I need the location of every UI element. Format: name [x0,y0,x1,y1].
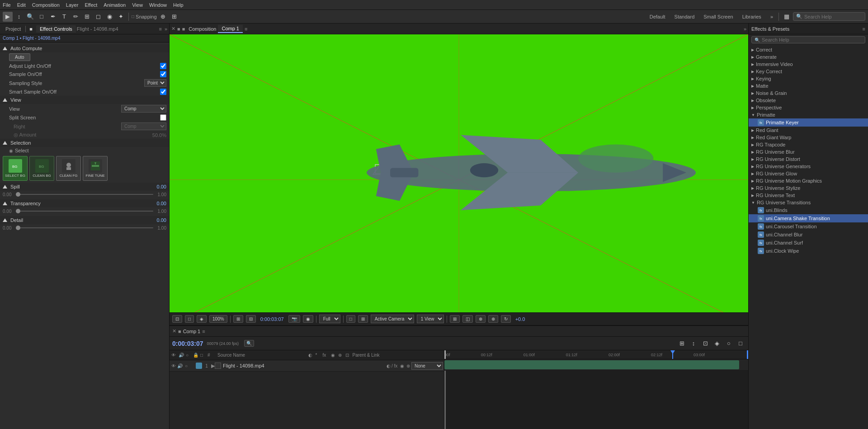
tool-rect[interactable]: □ [37,12,47,22]
project-tab[interactable]: Project [2,25,24,33]
comp-lock-btn[interactable]: ■ [177,26,180,32]
tool-camera[interactable]: ◉ [104,12,114,22]
menu-help[interactable]: Help [173,2,184,8]
effect-controls-tab[interactable]: Effect Controls [36,25,76,33]
vc-color-btn[interactable]: ◉ [303,315,313,323]
uni-blinds-item[interactable]: fx uni.Blinds [749,206,868,214]
auto-compute-section[interactable]: Auto Compute [0,44,169,52]
transparency-section[interactable]: Transparency 0.00 [0,199,169,207]
category-immersive[interactable]: Immersive Video [749,61,868,68]
category-rg-generators[interactable]: RG Universe Generators [749,163,868,170]
detail-slider[interactable] [16,225,153,231]
category-keycorrect[interactable]: Key Correct [749,68,868,75]
layer-lock[interactable] [189,363,196,369]
category-red-giant-warp[interactable]: Red Giant Warp [749,134,868,141]
menu-animation[interactable]: Animation [104,2,126,8]
tl-layer-btn[interactable]: ↕ [689,339,698,349]
split-screen-checkbox[interactable] [160,114,166,121]
tl-comp-btn[interactable]: ⊞ [677,339,687,349]
rp-menu[interactable]: ≡ [863,26,865,32]
view-dropdown[interactable]: Comp [121,105,166,113]
menu-file[interactable]: File [3,2,11,8]
category-rg-distort[interactable]: RG Universe Distort [749,156,868,163]
vc-quality-dropdown[interactable]: Full [319,315,340,323]
primatte-keyer-item[interactable]: fx Primatte Keyer [749,118,868,127]
layer-switches[interactable]: ◐ [385,363,392,369]
select-toggle[interactable]: ◉ [9,148,13,153]
uni-clock-wipe-item[interactable]: fx uni.Clock Wipe [749,247,868,255]
category-correct[interactable]: Correct [749,46,868,53]
layer-fx-link[interactable]: / fx [392,363,399,368]
tl-keyframe-btn[interactable]: ◈ [712,339,722,349]
category-obsolete[interactable]: Obsolete [749,97,868,104]
category-matte[interactable]: Matte [749,82,868,90]
category-primatte[interactable]: Primatte [749,111,868,118]
tl-frame-btn[interactable]: ⊡ [700,339,710,349]
comp-tab-menu[interactable]: ≡ [245,26,247,32]
vc-grid2-btn[interactable]: ⊞ [450,315,460,323]
vc-camera-dropdown[interactable]: Active Camera [371,315,414,323]
transparency-slider-thumb[interactable] [16,209,20,213]
layer-parent-dropdown[interactable]: None [411,362,443,370]
layer-eye[interactable]: 👁 [170,363,177,369]
effects-search-input[interactable] [762,37,862,42]
menu-view[interactable]: View [132,2,143,8]
clean-fg-button[interactable]: CLEAN FG [56,156,81,181]
detail-slider-thumb[interactable] [16,226,20,230]
fine-tune-button[interactable]: FINE TUNE [83,156,108,181]
layer-audio[interactable]: 🔊 [177,363,183,369]
detail-section[interactable]: Detail 0.00 [0,216,169,224]
panel-menu-btn[interactable]: ≡ [159,26,161,32]
view-section[interactable]: View [0,96,169,104]
clean-bg-button[interactable]: BG CLEAN BG [29,156,54,181]
tool-select[interactable]: ▶ [3,12,13,22]
spill-slider-thumb[interactable] [16,192,20,197]
vc-preview-btn[interactable]: ◈ [197,315,207,323]
category-rg-stylize[interactable]: RG Universe Stylize [749,184,868,192]
category-rg-text[interactable]: RG Universe Text [749,192,868,199]
menu-edit[interactable]: Edit [17,2,26,8]
category-rg-glow[interactable]: RG Universe Glow [749,170,868,177]
grid-toggle[interactable]: ▦ [782,12,792,22]
transparency-slider[interactable] [16,208,153,214]
comp-panel-expand[interactable]: » [744,26,746,32]
playhead[interactable] [672,350,673,359]
menu-layer[interactable]: Layer [66,2,79,8]
vc-render3-btn[interactable]: ◫ [462,315,473,323]
tl-close[interactable]: ✕ [172,328,176,334]
category-rg-transitions[interactable]: RG Universe Transitions [749,199,868,206]
tl-audio-btn[interactable]: □ [736,339,745,349]
comp-close-btn[interactable]: ✕ [171,26,175,32]
category-generate[interactable]: Generate [749,53,868,61]
category-perspective[interactable]: Perspective [749,104,868,111]
vc-regions-btn[interactable]: ⊡ [172,315,182,323]
uni-camera-shake-item[interactable]: fx uni.Camera Shake Transition [749,214,868,222]
vc-display-btn[interactable]: □ [185,315,194,323]
workspace-libraries[interactable]: Libraries [740,13,764,20]
panel-expand-btn[interactable]: » [165,26,167,32]
selection-section[interactable]: Selection [0,139,169,147]
sample-onoff-checkbox[interactable] [160,71,166,77]
category-red-giant[interactable]: Red Giant [749,127,868,134]
tool-eraser[interactable]: ◻ [93,12,103,22]
tool-brush[interactable]: ✏ [71,12,80,22]
vc-rotate-btn[interactable]: ↻ [501,315,511,323]
category-rg-trapcode[interactable]: RG Trapcode [749,141,868,148]
layer-solo[interactable]: ○ [183,363,189,369]
workspace-small-screen[interactable]: Small Screen [701,13,736,20]
vc-snapshot-btn[interactable]: 📷 [288,315,300,323]
menu-composition[interactable]: Composition [32,2,60,8]
tool-pen[interactable]: ✒ [48,12,58,22]
layer-blend-btn[interactable]: ◉ [399,363,405,369]
vc-render2-btn[interactable]: ⊞ [358,315,368,323]
vc-zoom[interactable]: 100% [209,315,227,323]
adjust-light-checkbox[interactable] [160,63,166,69]
tl-solo-btn[interactable]: ○ [724,339,734,349]
category-keying[interactable]: Keying [749,75,868,82]
search-help-input[interactable] [804,14,859,19]
workspace-default[interactable]: Default [647,13,668,20]
sampling-style-dropdown[interactable]: Point [144,79,166,87]
tool-zoom-toolbar[interactable]: 🔍 [25,12,35,22]
uni-carousel-item[interactable]: fx uni.Carousel Transition [749,222,868,231]
workspace-more[interactable]: » [768,13,776,20]
